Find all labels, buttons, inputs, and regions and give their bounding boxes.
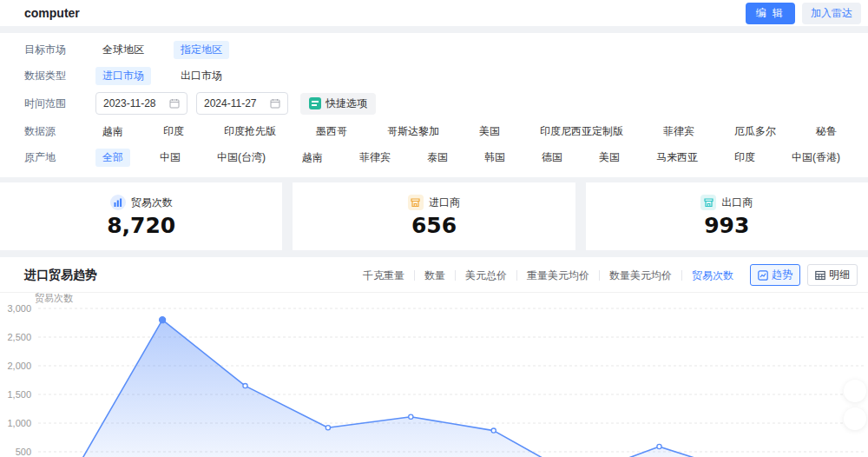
- origin-option-3[interactable]: 越南: [295, 149, 330, 167]
- origin-option-7[interactable]: 德国: [535, 149, 569, 167]
- calendar-icon: [169, 98, 180, 109]
- data-point-2024-02[interactable]: [326, 426, 330, 430]
- data-point-2024-03[interactable]: [409, 414, 413, 419]
- calendar-icon: [270, 98, 280, 109]
- chart-tools: 千克重量数量美元总价重量美元均价数量美元均价贸易次数趋势明细: [353, 264, 858, 286]
- metric-tab-5[interactable]: 贸易次数: [682, 270, 743, 281]
- trend-title: 进口贸易趋势: [24, 268, 97, 283]
- quick-options-label: 快捷选项: [326, 96, 367, 111]
- float-button-top[interactable]: [844, 380, 866, 402]
- trend-panel-header: 进口贸易趋势 千克重量数量美元总价重量美元均价数量美元均价贸易次数趋势明细: [0, 257, 868, 293]
- data-source-option-9[interactable]: 秘鲁: [809, 123, 844, 141]
- area-fill: [80, 320, 825, 457]
- data-point-2023-12[interactable]: [160, 317, 166, 323]
- filter-label: 原产地: [24, 150, 75, 165]
- origin-options: 全部中国中国(台湾)越南菲律宾泰国韩国德国美国马来西亚印度中国(香港)印度尼西亚…: [95, 149, 868, 167]
- data-source-option-4[interactable]: 哥斯达黎加: [380, 123, 446, 141]
- stat-card-2: 出口商993: [586, 182, 868, 250]
- y-tick-label: 3,000: [7, 303, 31, 314]
- view-button-label: 趋势: [772, 268, 792, 282]
- origin-option-5[interactable]: 泰国: [420, 149, 455, 167]
- data-point-2024-01[interactable]: [243, 384, 247, 388]
- filter-row-target-market: 目标市场 全球地区指定地区: [24, 40, 844, 59]
- data-type-option-1[interactable]: 出口市场: [174, 67, 229, 85]
- y-tick-label: 2,000: [7, 361, 31, 371]
- stat-value: 656: [411, 213, 457, 238]
- origin-option-9[interactable]: 马来西亚: [649, 149, 705, 167]
- data-type-options: 进口市场出口市场: [95, 67, 844, 85]
- filter-row-data-type: 数据类型 进口市场出口市场: [24, 66, 844, 85]
- trend-chart-icon: [758, 270, 768, 281]
- start-date-input[interactable]: 2023-11-28: [95, 92, 187, 115]
- float-button-bottom[interactable]: [844, 407, 866, 430]
- filter-label: 目标市场: [24, 43, 75, 57]
- data-source-option-6[interactable]: 印度尼西亚定制版: [533, 123, 630, 141]
- data-point-2024-04[interactable]: [491, 428, 496, 433]
- edit-button[interactable]: 编 辑: [746, 3, 795, 24]
- y-tick-label: 1,000: [7, 418, 31, 428]
- trend-panel: 进口贸易趋势 千克重量数量美元总价重量美元均价数量美元均价贸易次数趋势明细 贸易…: [0, 257, 868, 457]
- data-source-option-5[interactable]: 美国: [472, 123, 507, 141]
- floating-widget: [844, 380, 866, 430]
- stat-value: 993: [704, 213, 749, 238]
- stat-card-0: 贸易次数8,720: [0, 182, 282, 250]
- target-market-options: 全球地区指定地区: [95, 41, 844, 59]
- trend-chart-area: 贸易次数05001,0001,5002,0002,5003,0002023-11…: [0, 293, 868, 457]
- origin-option-10[interactable]: 印度: [727, 149, 762, 167]
- stat-label: 进口商: [429, 195, 460, 210]
- trend-view-button[interactable]: 趋势: [750, 264, 800, 286]
- data-source-option-1[interactable]: 印度: [156, 123, 191, 141]
- stat-card-1: 进口商656: [293, 182, 575, 250]
- page-title: computer: [24, 6, 80, 20]
- time-range-controls: 2023-11-28 2024-11-27 快捷选项: [95, 92, 844, 115]
- quick-options-icon: [309, 97, 321, 109]
- y-axis-title: 贸易次数: [35, 293, 73, 303]
- view-button-label: 明细: [829, 268, 850, 282]
- y-tick-label: 2,500: [7, 332, 31, 342]
- origin-option-4[interactable]: 菲律宾: [352, 149, 398, 167]
- detail-view-button[interactable]: 明细: [807, 264, 858, 286]
- data-source-option-8[interactable]: 厄瓜多尔: [727, 123, 783, 141]
- metric-tab-0[interactable]: 千克重量: [353, 270, 415, 281]
- data-source-option-2[interactable]: 印度抢先版: [217, 123, 283, 141]
- stat-card-header: 贸易次数: [110, 195, 173, 210]
- origin-option-11[interactable]: 中国(香港): [785, 149, 847, 167]
- stat-label: 出口商: [721, 195, 753, 210]
- target-market-option-0[interactable]: 全球地区: [95, 41, 151, 59]
- join-radar-button[interactable]: 加入雷达: [802, 3, 861, 24]
- data-point-2024-06[interactable]: [657, 444, 661, 448]
- origin-option-0[interactable]: 全部: [95, 149, 130, 167]
- metric-tab-4[interactable]: 数量美元均价: [600, 270, 682, 281]
- divider: [0, 26, 868, 33]
- stat-label: 贸易次数: [131, 195, 173, 210]
- quick-options-button[interactable]: 快捷选项: [300, 93, 376, 115]
- data-source-option-0[interactable]: 越南: [95, 123, 130, 141]
- stat-card-header: 进口商: [408, 195, 460, 210]
- y-tick-label: 500: [16, 447, 31, 457]
- y-tick-label: 1,500: [7, 389, 31, 400]
- end-date-value: 2024-11-27: [204, 97, 257, 109]
- top-bar: computer 编 辑 加入雷达: [0, 0, 868, 26]
- end-date-input[interactable]: 2024-11-27: [196, 92, 288, 115]
- stat-value: 8,720: [107, 213, 175, 238]
- start-date-value: 2023-11-28: [103, 97, 156, 109]
- origin-option-1[interactable]: 中国: [153, 149, 187, 167]
- bar-chart-icon: [110, 195, 126, 210]
- filter-panel: 目标市场 全球地区指定地区 数据类型 进口市场出口市场 时间范围 2023-11…: [0, 33, 868, 177]
- data-source-option-3[interactable]: 墨西哥: [309, 123, 354, 141]
- exporter-shop-icon: [700, 195, 716, 210]
- metric-tab-3[interactable]: 重量美元均价: [517, 270, 600, 281]
- filter-row-data-source: 数据源 越南印度印度抢先版墨西哥哥斯达黎加美国印度尼西亚定制版菲律宾厄瓜多尔秘鲁…: [24, 122, 844, 141]
- filter-label: 数据源: [24, 124, 75, 139]
- data-type-option-0[interactable]: 进口市场: [95, 67, 151, 85]
- trend-chart[interactable]: 贸易次数05001,0001,5002,0002,5003,0002023-11…: [0, 293, 868, 457]
- data-source-option-7[interactable]: 菲律宾: [656, 123, 701, 141]
- topbar-actions: 编 辑 加入雷达: [746, 3, 861, 24]
- origin-option-8[interactable]: 美国: [592, 149, 627, 167]
- metric-tab-2[interactable]: 美元总价: [456, 270, 517, 281]
- origin-option-6[interactable]: 韩国: [477, 149, 512, 167]
- table-icon: [815, 270, 825, 281]
- metric-tab-1[interactable]: 数量: [415, 270, 456, 281]
- origin-option-2[interactable]: 中国(台湾): [210, 149, 273, 167]
- target-market-option-1[interactable]: 指定地区: [174, 41, 229, 59]
